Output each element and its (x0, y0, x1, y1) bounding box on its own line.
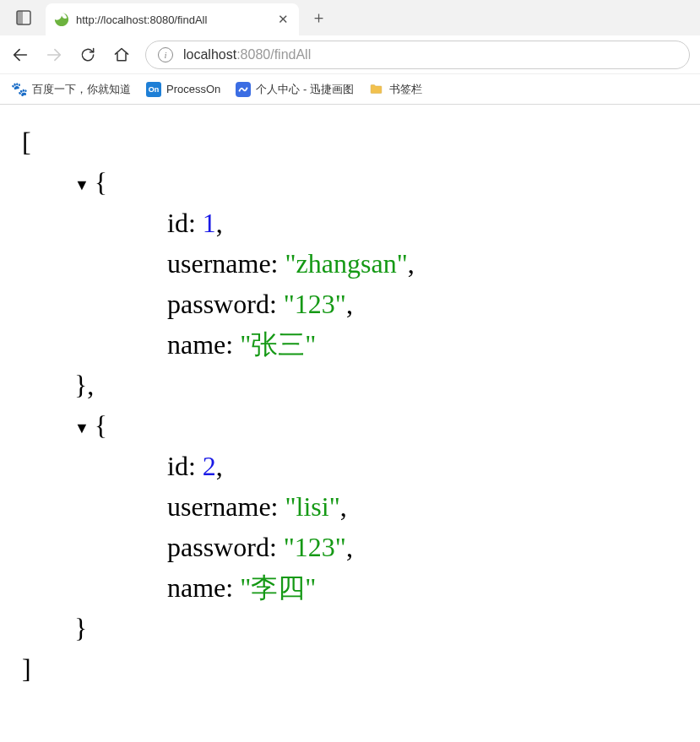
nav-toolbar: i localhost:8080/findAll (0, 35, 700, 74)
json-property: password:"123", (167, 527, 678, 567)
forward-button (44, 45, 64, 65)
home-button[interactable] (111, 45, 132, 65)
json-property: id:2, (167, 446, 678, 486)
close-icon[interactable]: ✕ (275, 12, 290, 27)
svg-rect-1 (17, 11, 23, 24)
collapse-toggle-icon[interactable]: ▼ (74, 174, 90, 197)
baidu-icon: 🐾 (12, 82, 27, 97)
spring-favicon-icon (54, 12, 69, 27)
collapse-toggle-icon[interactable]: ▼ (74, 417, 90, 440)
bookmark-label: 个人中心 - 迅捷画图 (256, 82, 354, 97)
json-property: username:"zhangsan", (167, 243, 678, 284)
json-property: name:"李四" (167, 567, 678, 608)
json-property: username:"lisi", (167, 486, 678, 527)
json-viewer: [ ▼{ id:1, username:"zhangsan", password… (0, 105, 700, 706)
bookmark-label: 书签栏 (389, 82, 422, 97)
array-close: ] (22, 648, 678, 689)
folder-icon (369, 82, 384, 97)
json-object: ▼{ id:2, username:"lisi", password:"123"… (74, 405, 678, 648)
address-bar[interactable]: i localhost:8080/findAll (145, 41, 690, 69)
url-text: localhost:8080/findAll (183, 47, 311, 62)
tab-strip: http://localhost:8080/findAll ✕ ＋ (0, 0, 700, 35)
browser-chrome: http://localhost:8080/findAll ✕ ＋ i loca… (0, 0, 700, 105)
new-tab-button[interactable]: ＋ (306, 5, 331, 30)
bookmark-baidu[interactable]: 🐾 百度一下，你就知道 (12, 82, 131, 97)
json-property: name:"张三" (167, 324, 678, 365)
bookmark-processon[interactable]: On ProcessOn (146, 82, 220, 97)
json-object: ▼{ id:1, username:"zhangsan", password:"… (74, 162, 678, 405)
xunjie-icon (236, 82, 251, 97)
bookmark-folder[interactable]: 书签栏 (369, 82, 422, 97)
site-info-icon[interactable]: i (158, 47, 173, 62)
devtools-panel-icon[interactable] (10, 4, 37, 31)
bookmarks-bar: 🐾 百度一下，你就知道 On ProcessOn 个人中心 - 迅捷画图 书签栏 (0, 74, 700, 105)
bookmark-label: ProcessOn (166, 83, 220, 95)
tab-title: http://localhost:8080/findAll (76, 14, 269, 26)
json-property: id:1, (167, 203, 678, 243)
array-open: [ (22, 122, 678, 162)
processon-icon: On (146, 82, 161, 97)
back-button[interactable] (10, 45, 30, 65)
json-property: password:"123", (167, 284, 678, 324)
bookmark-label: 百度一下，你就知道 (32, 82, 131, 97)
bookmark-xunjie[interactable]: 个人中心 - 迅捷画图 (236, 82, 354, 97)
browser-tab[interactable]: http://localhost:8080/findAll ✕ (46, 3, 299, 35)
reload-button[interactable] (78, 45, 98, 65)
